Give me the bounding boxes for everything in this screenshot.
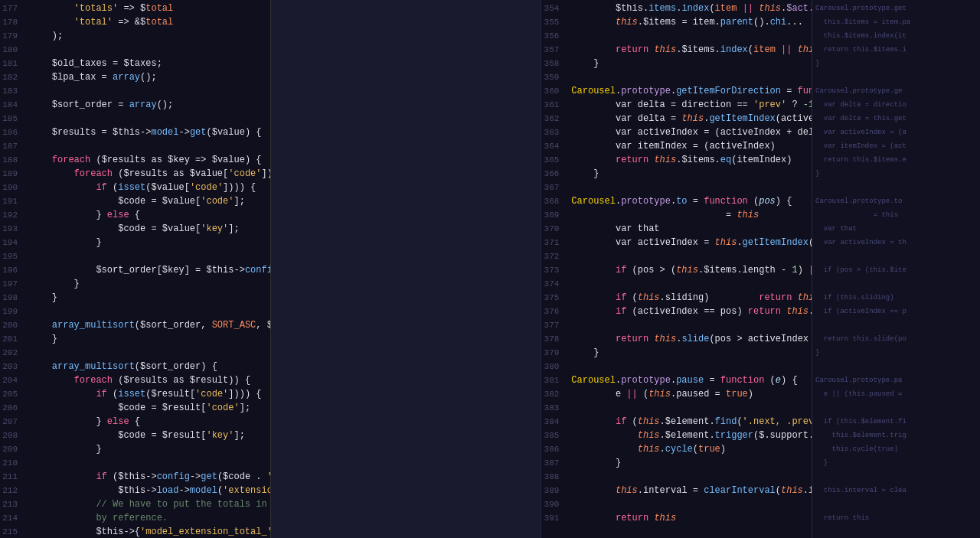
code-line: 389 this.interval = clearInterval(this.i… bbox=[541, 484, 812, 497]
code-line: 210 bbox=[0, 456, 270, 470]
code-line: 380 bbox=[541, 360, 812, 373]
code-line: 181 $old_taxes = $taxes; bbox=[0, 57, 270, 70]
code-line: 192 } else { bbox=[0, 208, 270, 222]
left-code-panel[interactable]: 177 'totals' => $total 178 'total' => &$… bbox=[0, 0, 271, 538]
code-line: 371 var activeIndex = this.getItemIndex(… bbox=[541, 236, 812, 249]
code-line: 368 Carousel.prototype.to = function (po… bbox=[541, 194, 812, 208]
right-code-panel[interactable]: 354 $this.items.index(item || this.$act.… bbox=[541, 0, 812, 538]
code-line: 184 $sort_order = array(); bbox=[0, 98, 270, 112]
code-line: 180 bbox=[0, 43, 270, 57]
code-line: 179 ); bbox=[0, 29, 270, 43]
code-line: 387 } bbox=[541, 456, 812, 470]
code-line: 204 foreach ($results as $result)) { bbox=[0, 373, 270, 387]
code-line: 202 bbox=[0, 346, 270, 360]
code-line: 207 } else { bbox=[0, 415, 270, 429]
code-line: 187 bbox=[0, 139, 270, 153]
code-line: 367 bbox=[541, 181, 812, 194]
code-line: 385 this.$element.trigger($.support.tran… bbox=[541, 429, 812, 442]
code-line: 191 $code = $value['code']; bbox=[0, 194, 270, 208]
code-line: 356 bbox=[541, 29, 812, 43]
code-line: 188 foreach ($results as $key => $value)… bbox=[0, 153, 270, 167]
code-line: 375 if (this.sliding) return this.pause(… bbox=[541, 291, 812, 305]
code-line: 212 $this->load->model('extension/total/… bbox=[0, 484, 270, 497]
code-line: 199 bbox=[0, 305, 270, 318]
code-line: 369 = this bbox=[541, 208, 812, 222]
code-line: 205 if (isset($result['code']))) { bbox=[0, 387, 270, 401]
code-line: 196 $sort_order[$key] = $this->config->g… bbox=[0, 263, 270, 277]
code-line: 178 'total' => &$total bbox=[0, 15, 270, 29]
code-line: 190 if (isset($value['code']))) { bbox=[0, 181, 270, 194]
code-line: 364 var itemIndex = (activeIndex) bbox=[541, 139, 812, 153]
code-line: 193 $code = $value['key']; bbox=[0, 222, 270, 236]
code-line: 203 array_multisort($sort_order) { bbox=[0, 360, 270, 373]
code-line: 208 $code = $result['key']; bbox=[0, 429, 270, 442]
code-line: 197 } bbox=[0, 277, 270, 291]
code-line: 366 } bbox=[541, 167, 812, 181]
code-line: 377 bbox=[541, 318, 812, 332]
code-line: 378 return this.slide(pos > activeIndex … bbox=[541, 332, 812, 346]
code-line: 357 return this.$items.index(item || thi… bbox=[541, 43, 812, 57]
code-line: 362 var delta = this.getItemIndex(active… bbox=[541, 112, 812, 126]
code-line: 214 by reference. bbox=[0, 511, 270, 525]
right-code-lines: 354 $this.items.index(item || this.$act.… bbox=[541, 0, 812, 538]
code-line: 183 bbox=[0, 84, 270, 98]
code-line: 200 array_multisort($sort_order, SORT_AS… bbox=[0, 318, 270, 332]
code-line: 365 return this.$items.eq(itemIndex) bbox=[541, 153, 812, 167]
code-line: 384 if (this.$element.find('.next, .prev… bbox=[541, 415, 812, 429]
code-line: 390 bbox=[541, 497, 812, 511]
code-line: 359 bbox=[541, 70, 812, 84]
code-line: 215 $this->{'model_extension_total_' . $… bbox=[0, 525, 270, 538]
code-line: 379 } bbox=[541, 346, 812, 360]
code-line: 198 } bbox=[0, 291, 270, 305]
code-line: 372 bbox=[541, 249, 812, 263]
code-line: 391 return this bbox=[541, 511, 812, 525]
code-line: 194 } bbox=[0, 236, 270, 249]
code-line: 201 } bbox=[0, 332, 270, 346]
minimap-panel bbox=[271, 0, 542, 538]
code-line: 189 foreach ($results as $value['code'])… bbox=[0, 167, 270, 181]
code-line: 386 this.cycle(true) bbox=[541, 442, 812, 456]
minimap-code: Carousel.prototype.get this.$items = ite… bbox=[812, 0, 980, 538]
code-line: 185 bbox=[0, 112, 270, 126]
code-line: 195 bbox=[0, 249, 270, 263]
code-line: 182 $lpa_tax = array(); bbox=[0, 70, 270, 84]
code-line: 374 bbox=[541, 277, 812, 291]
code-line: 376 if (activeIndex == pos) return this.… bbox=[541, 305, 812, 318]
code-line: 388 bbox=[541, 470, 812, 484]
code-line: 381 Carousel.prototype.pause = function … bbox=[541, 373, 812, 387]
code-line: 355 this.$items = item.parent().chi... bbox=[541, 15, 812, 29]
code-line: 211 if ($this->config->get($code . '_sta… bbox=[0, 470, 270, 484]
code-line: 186 $results = $this->model->get($value)… bbox=[0, 126, 270, 139]
left-code-lines: 177 'totals' => $total 178 'total' => &$… bbox=[0, 0, 270, 538]
code-line: 382 e || (this.paused = true) bbox=[541, 387, 812, 401]
code-line: 361 var delta = direction == 'prev' ? -1… bbox=[541, 98, 812, 112]
code-line: 354 $this.items.index(item || this.$act.… bbox=[541, 2, 812, 15]
code-line: 373 if (pos > (this.$items.length - 1) |… bbox=[541, 263, 812, 277]
code-line: 358 } bbox=[541, 57, 812, 70]
code-line: 360 Carousel.prototype.getItemForDirecti… bbox=[541, 84, 812, 98]
code-line: 177 'totals' => $total bbox=[0, 2, 270, 15]
code-line: 213 // We have to put the totals in an a… bbox=[0, 497, 270, 511]
code-line: 206 $code = $result['code']; bbox=[0, 401, 270, 415]
code-line: 383 bbox=[541, 401, 812, 415]
far-right-minimap: Carousel.prototype.get this.$items = ite… bbox=[812, 0, 980, 538]
code-line: 209 } bbox=[0, 442, 270, 456]
code-line: 370 var that bbox=[541, 222, 812, 236]
code-line: 363 var activeIndex = (activeIndex + del… bbox=[541, 126, 812, 139]
editor-container: 177 'totals' => $total 178 'total' => &$… bbox=[0, 0, 980, 538]
